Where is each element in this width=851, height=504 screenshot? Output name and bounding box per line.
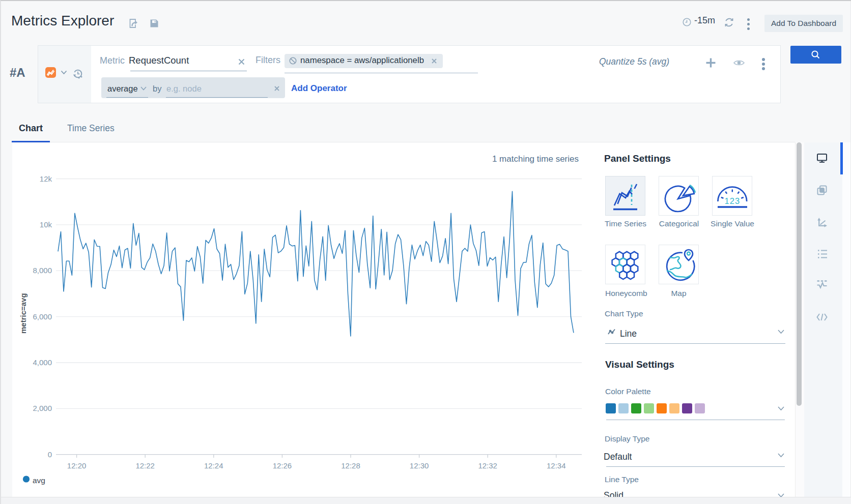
svg-text:12:24: 12:24 xyxy=(204,461,223,469)
svg-text:123: 123 xyxy=(725,196,741,205)
svg-text:4,000: 4,000 xyxy=(33,358,52,367)
svg-text:metric=avg: metric=avg xyxy=(19,293,27,334)
svg-text:12:32: 12:32 xyxy=(478,461,497,469)
svg-text:12:22: 12:22 xyxy=(135,461,155,469)
svg-text:12k: 12k xyxy=(40,174,52,183)
svg-text:6,000: 6,000 xyxy=(33,312,52,320)
svg-text:12:26: 12:26 xyxy=(273,461,292,469)
svg-text:2,000: 2,000 xyxy=(33,404,52,412)
svg-text:avg: avg xyxy=(33,476,45,485)
svg-text:12:20: 12:20 xyxy=(67,461,87,469)
svg-text:12:34: 12:34 xyxy=(547,461,566,469)
svg-text:12:30: 12:30 xyxy=(410,461,429,469)
svg-text:0: 0 xyxy=(48,450,52,458)
svg-text:12:28: 12:28 xyxy=(341,461,360,469)
svg-text:8,000: 8,000 xyxy=(33,266,52,275)
svg-text:10k: 10k xyxy=(40,220,52,228)
